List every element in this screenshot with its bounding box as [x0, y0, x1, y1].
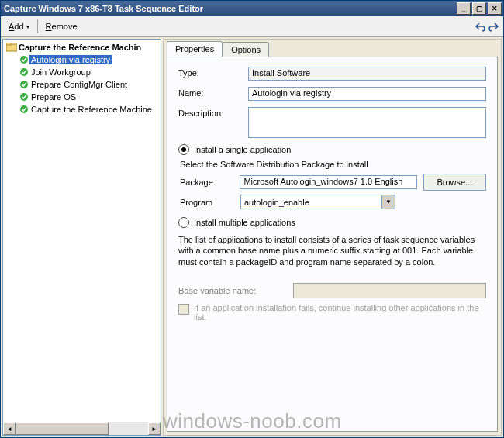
package-field[interactable]: Microsoft Autologin_windows7 1.0 English — [240, 175, 416, 189]
multi-app-radio-row[interactable]: Install multiple applications — [178, 217, 486, 228]
undo-icon[interactable] — [474, 20, 486, 33]
check-icon — [19, 55, 29, 64]
tab-options[interactable]: Options — [223, 42, 269, 57]
scroll-thumb[interactable] — [16, 422, 109, 435]
add-label: Add — [9, 22, 24, 31]
tree-item-label: Autologin via registry — [29, 55, 112, 64]
details-pane: Properties Options Type: Install Softwar… — [163, 39, 502, 436]
dropdown-caret-icon: ▾ — [26, 23, 29, 30]
name-row: Name: Autologin via registry — [178, 87, 486, 101]
name-label: Name: — [178, 87, 248, 98]
multi-explain-text: The list of applications to install cons… — [178, 234, 486, 267]
program-select[interactable]: autologin_enable ▼ — [240, 195, 395, 209]
remove-button[interactable]: Remove — [41, 20, 82, 33]
check-icon — [19, 92, 29, 102]
svg-rect-1 — [6, 43, 11, 45]
redo-icon[interactable] — [488, 20, 500, 33]
tree-item-label: Capture the Reference Machine — [29, 105, 154, 114]
titlebar: Capture Windows 7 x86-T8 Task Sequence E… — [1, 1, 503, 16]
package-row: Package Microsoft Autologin_windows7 1.0… — [180, 174, 486, 191]
type-row: Type: Install Software — [178, 67, 486, 81]
radio-single-app[interactable] — [178, 144, 189, 155]
type-field: Install Software — [248, 67, 486, 81]
continue-on-fail-row: If an application installation fails, co… — [178, 303, 486, 322]
toolbar: Add ▾ Remove — [1, 16, 503, 37]
radio-multi-app[interactable] — [178, 217, 189, 228]
tree-root-label: Capture the Reference Machin — [17, 43, 143, 52]
tree-item[interactable]: Capture the Reference Machine — [3, 103, 161, 116]
tree-item-label: Prepare ConfigMgr Client — [29, 80, 129, 89]
tree-item[interactable]: Prepare ConfigMgr Client — [3, 78, 161, 91]
tree-root[interactable]: Capture the Reference Machin — [3, 41, 161, 53]
editor-window: Capture Windows 7 x86-T8 Task Sequence E… — [0, 0, 504, 438]
maximize-button[interactable]: ▢ — [472, 2, 486, 15]
chevron-down-icon: ▼ — [381, 195, 395, 209]
single-app-block: Select the Software Distribution Package… — [180, 160, 486, 209]
tree-item[interactable]: Prepare OS — [3, 91, 161, 103]
continue-on-fail-label: If an application installation fails, co… — [194, 303, 486, 322]
program-value: autologin_enable — [244, 198, 381, 207]
tree-item[interactable]: Join Workgroup — [3, 66, 161, 78]
tree-item[interactable]: Autologin via registry — [3, 53, 161, 66]
package-label: Package — [180, 178, 233, 187]
tab-strip: Properties Options — [167, 41, 269, 57]
check-icon — [19, 105, 29, 114]
select-package-text: Select the Software Distribution Package… — [180, 160, 486, 169]
scroll-left-icon[interactable]: ◄ — [3, 422, 16, 435]
desc-row: Description: — [178, 107, 486, 138]
tree-pane: Capture the Reference Machin Autologin v… — [2, 39, 161, 436]
remove-label: Remove — [46, 22, 78, 31]
program-label: Program — [180, 198, 234, 207]
program-row: Program autologin_enable ▼ — [180, 195, 486, 209]
close-button[interactable]: ✕ — [488, 2, 502, 15]
tree-item-label: Prepare OS — [29, 92, 78, 102]
scroll-track[interactable] — [16, 422, 148, 435]
base-var-label: Base variable name: — [178, 286, 287, 295]
base-var-row: Base variable name: — [178, 283, 486, 298]
multi-app-label: Install multiple applications — [194, 218, 295, 227]
single-app-label: Install a single application — [194, 145, 291, 154]
description-label: Description: — [178, 107, 248, 118]
base-var-field — [293, 283, 486, 298]
scroll-right-icon[interactable]: ► — [148, 422, 161, 435]
add-menu[interactable]: Add ▾ — [4, 20, 34, 33]
name-field[interactable]: Autologin via registry — [248, 87, 486, 101]
separator — [37, 19, 38, 33]
type-label: Type: — [178, 67, 248, 78]
tree-item-label: Join Workgroup — [29, 67, 92, 77]
folder-icon — [6, 43, 17, 52]
minimize-button[interactable]: _ — [457, 2, 471, 15]
properties-panel: Type: Install Software Name: Autologin v… — [167, 57, 498, 432]
tree[interactable]: Capture the Reference Machin Autologin v… — [3, 40, 161, 422]
single-app-radio-row[interactable]: Install a single application — [178, 144, 486, 155]
window-title: Capture Windows 7 x86-T8 Task Sequence E… — [4, 4, 455, 13]
check-icon — [19, 67, 29, 77]
check-icon — [19, 80, 29, 89]
description-field[interactable] — [248, 107, 486, 138]
continue-on-fail-checkbox — [178, 304, 189, 315]
tab-properties[interactable]: Properties — [167, 41, 223, 57]
horizontal-scrollbar[interactable]: ◄ ► — [3, 422, 161, 435]
browse-button[interactable]: Browse... — [423, 174, 486, 191]
body: Capture the Reference Machin Autologin v… — [1, 37, 503, 437]
window-buttons: _ ▢ ✕ — [455, 2, 502, 15]
